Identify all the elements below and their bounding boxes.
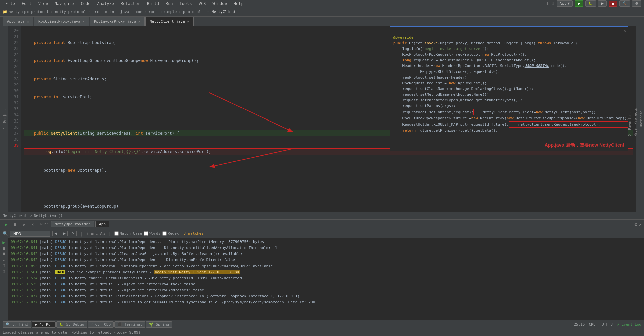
status-message: Loaded classes are up to date. Nothing t… <box>3 330 141 335</box>
menu-build[interactable]: Build <box>144 1 162 7</box>
maven-tab[interactable]: Maven Projects <box>633 105 638 139</box>
find-tab[interactable]: 🔍 3: Find <box>3 321 31 328</box>
match-case-option[interactable]: Match Case <box>114 231 142 236</box>
menu-run[interactable]: Run <box>163 1 176 7</box>
breadcrumb-com[interactable]: com <box>136 10 142 14</box>
match-case-label: Match Case <box>120 231 142 236</box>
menu-help[interactable]: Help <box>231 1 246 7</box>
run-close-icon[interactable]: ✕ <box>29 221 36 228</box>
database-tab[interactable]: Database <box>638 108 644 130</box>
run-tab-bottom[interactable]: ▶ 4: Run <box>32 321 56 328</box>
todo-tab-label: ✓ 6: TODO <box>91 322 111 327</box>
code-editor[interactable]: 20 21 22 23 24 ▶25 26 27 28 29 30 31 32 … <box>8 26 636 212</box>
tab-invoker-close[interactable]: ✕ <box>138 20 140 23</box>
stop-button[interactable]: ■ <box>609 1 617 7</box>
log-line-6: 09:07:11.501 [main] INFO com.rpc.example… <box>11 269 641 275</box>
run-tab-app[interactable]: App <box>95 221 109 227</box>
menu-window[interactable]: Window <box>210 1 229 7</box>
tab-netty-close[interactable]: ✕ <box>187 20 189 23</box>
status-position: 25:15 <box>574 322 585 327</box>
run-tab-provider[interactable]: NettyRpcProvider <box>51 221 94 227</box>
breadcrumb-bar: 📁 netty-rpc-protocol › netty-protocol › … <box>0 7 644 17</box>
coverage-button[interactable]: ▶ <box>598 0 607 7</box>
log-line-5: 09:07:10.853 [main] DEBUG io.netty.util.… <box>11 263 641 269</box>
run-play-icon[interactable]: ▶ <box>3 221 10 228</box>
menu-file[interactable]: File <box>3 1 18 7</box>
popup-close-btn[interactable]: ✕ <box>624 28 626 33</box>
menu-tools[interactable]: Tools <box>177 1 195 7</box>
breadcrumb-rpc[interactable]: rpc <box>148 10 155 14</box>
regex-checkbox[interactable] <box>162 231 167 236</box>
debug-button[interactable]: 🐛 <box>585 0 596 7</box>
breadcrumb-netty-client[interactable]: ⚡ NettyClient <box>207 10 236 14</box>
menu-view[interactable]: View <box>36 1 51 7</box>
app-config-dropdown[interactable]: App ▼ <box>557 0 573 7</box>
run-label: Run: <box>40 222 48 226</box>
run-expand-icon[interactable]: ↗ <box>639 222 641 227</box>
log-settings-icon[interactable]: ⚙ <box>3 269 5 274</box>
search-filter2-icon[interactable]: ≡ <box>91 231 94 236</box>
terminal-tab[interactable]: ⬛ Terminal <box>114 321 145 328</box>
log-area: ▶ ■ ⏸ ↓ 🗑 ⚙ 09:07:10.841 [main] DEBUG io… <box>0 238 644 320</box>
search-prev-btn[interactable]: ◀ <box>52 231 59 236</box>
tab-app-java-close[interactable]: ✕ <box>27 20 29 23</box>
menu-code[interactable]: Code <box>78 1 93 7</box>
breadcrumb-module[interactable]: netty-protocol <box>55 10 86 14</box>
search-case-icon[interactable]: Aa <box>100 231 105 236</box>
event-log-btn[interactable]: ⚡ Event Log <box>617 322 641 327</box>
log-play-icon[interactable]: ▶ <box>2 240 5 245</box>
breadcrumb-protocol[interactable]: protocol <box>183 10 201 14</box>
log-stop-icon[interactable]: ■ <box>3 246 5 251</box>
tab-netty-client[interactable]: NettyClient.java ✕ <box>145 17 194 26</box>
match-case-checkbox[interactable] <box>114 231 119 236</box>
tab-rpc-close[interactable]: ✕ <box>83 20 85 23</box>
settings-button[interactable]: ⚙ <box>632 0 641 7</box>
run-rerun-icon[interactable]: ↻ <box>20 221 28 228</box>
log-clear-icon[interactable]: 🗑 <box>2 263 6 268</box>
menu-navigate[interactable]: Navigate <box>52 1 77 7</box>
breadcrumb-main[interactable]: main <box>105 10 114 14</box>
menu-edit[interactable]: Edit <box>19 1 34 7</box>
run-panel: ▶ ■ ↻ ✕ Run: NettyRpcProvider App ⚙ ↗ <box>0 220 644 229</box>
structure-tab[interactable]: 2: Structure <box>0 111 2 140</box>
log-line-4: 09:07:10.842 [main] DEBUG io.netty.util.… <box>11 257 641 263</box>
terminal-tab-label: ⬛ Terminal <box>117 322 142 327</box>
words-option[interactable]: Words <box>144 231 160 236</box>
info-badge: INFO <box>55 270 65 274</box>
tab-rpc-invoker[interactable]: RpcInvokrProxy.java ✕ <box>90 17 145 26</box>
search-clear-btn[interactable]: ✕ <box>70 231 77 236</box>
navigate-fwd-icon[interactable]: ⬇ <box>551 0 555 7</box>
log-pause-icon[interactable]: ⏸ <box>2 252 6 256</box>
tab-rpc-client-proxy[interactable]: RpcClientProxy.java ✕ <box>34 17 89 26</box>
breadcrumb-java[interactable]: java <box>120 10 129 14</box>
breadcrumb-project[interactable]: netty-rpc-protocol <box>9 10 49 14</box>
run-button[interactable]: ▶ <box>575 0 583 7</box>
project-tab[interactable]: 1: Project <box>2 106 8 132</box>
run-settings-icon[interactable]: ⚙ <box>634 222 637 227</box>
breadcrumb-example[interactable]: example <box>161 10 177 14</box>
search-filter-icon[interactable]: ⬆ <box>86 231 89 236</box>
search-icon: 🔍 <box>3 231 8 236</box>
run-stop-icon[interactable]: ■ <box>11 221 19 228</box>
bottom-breadcrumb-text: NettyClient > NettyClient() <box>3 213 63 218</box>
tab-app-java[interactable]: App.java ✕ <box>3 17 33 26</box>
debug-tab-bottom[interactable]: 🐛 5: Debug <box>56 321 87 328</box>
menu-vcs[interactable]: VCS <box>196 1 209 7</box>
navigate-back-icon[interactable]: ⬆ <box>546 0 550 7</box>
build-button[interactable]: 🔨 <box>619 0 630 7</box>
menu-analyze[interactable]: Analyze <box>94 1 117 7</box>
search-next-btn[interactable]: ▶ <box>61 231 68 236</box>
code-line-28 <box>24 185 633 191</box>
todo-tab[interactable]: ✓ 6: TODO <box>88 321 114 328</box>
log-line-10: 09:07:12.077 [main] DEBUG io.netty.util.… <box>11 293 641 299</box>
search-wrap-icon[interactable]: ⤵ <box>96 231 98 236</box>
spring-tab[interactable]: 🌱 Spring <box>146 321 172 328</box>
breadcrumb-src[interactable]: src <box>92 10 99 14</box>
search-input[interactable] <box>10 231 50 237</box>
regex-option[interactable]: Regex <box>162 231 179 236</box>
menu-refactor[interactable]: Refactor <box>118 1 143 7</box>
words-checkbox[interactable] <box>144 231 148 236</box>
log-scroll-icon[interactable]: ↓ <box>3 257 5 262</box>
annotation-text: App.java 启动，需要new NettyClient <box>390 141 628 151</box>
log-line-7: 09:07:11.534 [main] DEBUG io.netty.chann… <box>11 275 641 281</box>
